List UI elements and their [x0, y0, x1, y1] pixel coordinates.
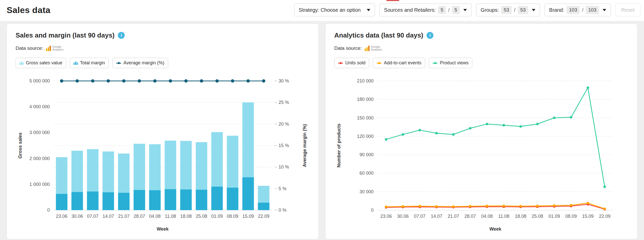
- card-header: Sales and margin (last 90 days): [16, 31, 310, 39]
- point-product-views[interactable]: [469, 127, 471, 130]
- point-add-to-cart-events[interactable]: [469, 205, 471, 208]
- average-margin-point[interactable]: [107, 79, 110, 83]
- bar-total-margin[interactable]: [72, 192, 83, 210]
- bar-total-margin[interactable]: [165, 189, 176, 210]
- x-tick-label: 07.07: [87, 214, 98, 219]
- bar-total-margin[interactable]: [87, 191, 98, 210]
- bar-total-margin[interactable]: [180, 189, 192, 210]
- y-left-tick-label: 0: [47, 208, 50, 213]
- brand-selected-count: 103: [567, 6, 580, 14]
- line-product-views: [386, 88, 605, 187]
- point-add-to-cart-events[interactable]: [435, 205, 438, 208]
- info-icon[interactable]: [427, 32, 433, 39]
- point-product-views[interactable]: [385, 138, 387, 141]
- point-add-to-cart-events[interactable]: [570, 204, 572, 207]
- x-tick-label: 01.09: [211, 214, 223, 219]
- info-icon[interactable]: [118, 32, 125, 39]
- average-margin-point[interactable]: [153, 79, 157, 83]
- x-tick-label: 22.09: [599, 214, 611, 219]
- ga-word-analytics: Analytics: [52, 48, 64, 51]
- legend-gross-sales-value[interactable]: Gross sales value: [16, 58, 66, 68]
- average-margin-point[interactable]: [246, 79, 250, 83]
- strategy-select[interactable]: Strategy: Choose an option: [294, 4, 375, 16]
- point-add-to-cart-events[interactable]: [553, 204, 556, 207]
- point-product-views[interactable]: [553, 117, 556, 119]
- cards-row: Sales and margin (last 90 days) Data sou…: [0, 21, 644, 239]
- average-margin-point[interactable]: [60, 79, 63, 83]
- sales-data-page: { "page": { "title": "Sales data" }, "he…: [0, 0, 644, 240]
- point-add-to-cart-events[interactable]: [502, 205, 505, 207]
- legend-units-sold[interactable]: Units sold: [334, 58, 369, 68]
- point-product-views[interactable]: [519, 125, 522, 128]
- data-source-label: Data source:: [16, 45, 43, 51]
- y-tick-label: 210 000: [357, 78, 374, 83]
- average-margin-point[interactable]: [169, 79, 172, 83]
- bar-total-margin[interactable]: [118, 193, 130, 210]
- point-product-views[interactable]: [418, 129, 421, 131]
- point-add-to-cart-events[interactable]: [586, 202, 589, 204]
- x-tick-label: 22.09: [258, 214, 269, 219]
- x-tick-label: 01.09: [548, 214, 560, 219]
- legend-average-margin[interactable]: Average margin (%): [112, 58, 168, 68]
- bar-total-margin[interactable]: [258, 203, 269, 210]
- legend-add-to-cart-events[interactable]: Add-to-cart events: [373, 58, 425, 68]
- point-product-views[interactable]: [603, 185, 606, 188]
- x-tick-label: 11.08: [498, 214, 510, 219]
- point-add-to-cart-events[interactable]: [385, 206, 387, 208]
- point-add-to-cart-events[interactable]: [603, 208, 606, 210]
- point-product-views[interactable]: [536, 123, 539, 125]
- average-margin-point[interactable]: [76, 79, 79, 83]
- point-add-to-cart-events[interactable]: [402, 205, 404, 208]
- average-margin-point[interactable]: [215, 79, 219, 83]
- y-tick-label: 60 000: [360, 171, 374, 176]
- bar-total-margin[interactable]: [56, 194, 67, 210]
- google-analytics-wordmark: Google Analytics: [52, 45, 64, 51]
- point-product-views[interactable]: [570, 116, 572, 118]
- point-add-to-cart-events[interactable]: [486, 205, 488, 207]
- brand-total-count: 103: [586, 6, 599, 14]
- bar-total-margin[interactable]: [149, 190, 161, 210]
- x-tick-label: 18.08: [515, 214, 526, 219]
- average-margin-point[interactable]: [184, 79, 188, 83]
- average-margin-point[interactable]: [231, 79, 234, 83]
- point-product-views[interactable]: [452, 133, 455, 136]
- average-margin-point[interactable]: [122, 79, 125, 83]
- point-add-to-cart-events[interactable]: [418, 205, 421, 207]
- bar-total-margin[interactable]: [134, 190, 145, 210]
- x-tick-label: 08.09: [565, 214, 577, 219]
- brand-select[interactable]: Brand: 103 / 103: [545, 4, 611, 16]
- groups-select[interactable]: Groups: 53 / 53: [476, 4, 540, 16]
- chevron-down-icon: [532, 9, 535, 11]
- point-add-to-cart-events[interactable]: [452, 205, 455, 208]
- point-add-to-cart-events[interactable]: [519, 205, 522, 207]
- average-margin-point[interactable]: [200, 79, 203, 83]
- point-product-views[interactable]: [502, 124, 505, 126]
- point-product-views[interactable]: [586, 87, 589, 89]
- y-right-tick-label: 25 %: [279, 100, 289, 105]
- average-margin-point[interactable]: [262, 79, 265, 83]
- analytics-card: Analytics data (last 90 days) Data sourc…: [325, 23, 637, 239]
- bar-total-margin[interactable]: [196, 190, 207, 210]
- bar-total-margin[interactable]: [102, 192, 114, 210]
- sources-retailers-select[interactable]: Sources and Retailers: 5 / 5: [379, 4, 471, 16]
- x-tick-label: 23.06: [56, 214, 67, 219]
- bar-total-margin[interactable]: [242, 177, 254, 210]
- point-product-views[interactable]: [435, 132, 438, 135]
- x-tick-label: 18.08: [180, 214, 192, 219]
- legend-product-views[interactable]: Product views: [429, 58, 472, 68]
- sources-total-count: 5: [452, 6, 460, 14]
- point-add-to-cart-events[interactable]: [536, 205, 539, 207]
- legend-total-margin[interactable]: Total margin: [70, 58, 109, 68]
- point-product-views[interactable]: [486, 123, 488, 125]
- y-tick-label: 30 000: [360, 189, 374, 194]
- google-analytics-wordmark: Google Analytics: [371, 45, 382, 51]
- bar-total-margin[interactable]: [227, 188, 238, 210]
- average-margin-point[interactable]: [138, 79, 141, 83]
- analytics-chart: 030 00060 00090 000120 000150 000180 000…: [334, 72, 628, 236]
- point-product-views[interactable]: [402, 133, 404, 136]
- reset-button[interactable]: Reset: [615, 4, 640, 16]
- average-margin-point[interactable]: [91, 79, 94, 83]
- y-right-tick-label: 20 %: [279, 122, 289, 127]
- groups-label: Groups:: [481, 7, 499, 13]
- bar-total-margin[interactable]: [211, 187, 223, 210]
